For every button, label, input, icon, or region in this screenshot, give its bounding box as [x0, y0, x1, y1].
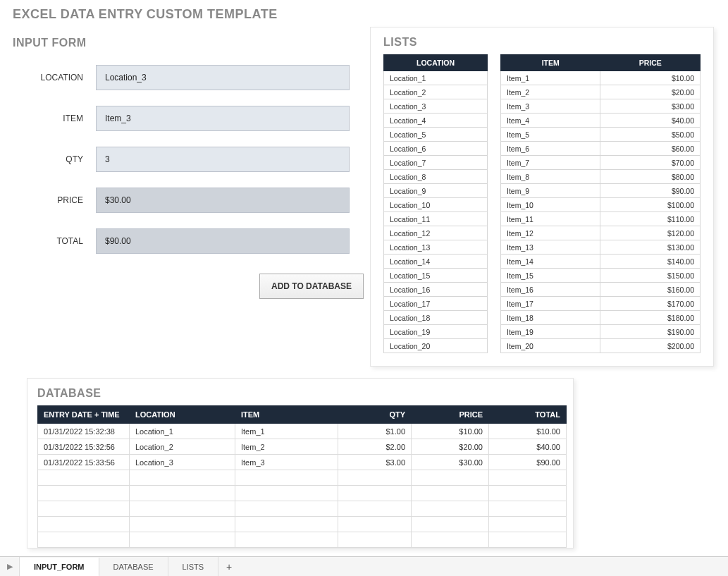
price-list-cell: $180.00	[600, 311, 701, 325]
label-location: LOCATION	[13, 73, 96, 82]
db-cell-entry: 01/31/2022 15:33:56	[38, 455, 130, 470]
page-title: EXCEL DATA ENTRY CUSTOM TEMPLATE	[0, 0, 728, 25]
price-list-cell: $40.00	[600, 114, 701, 128]
database-table: ENTRY DATE + TIME LOCATION ITEM QTY PRIC…	[37, 405, 567, 548]
price-list-cell: $190.00	[600, 325, 701, 339]
label-price: PRICE	[13, 195, 96, 205]
price-list-cell: $200.00	[600, 339, 701, 353]
location-list-cell: Location_16	[384, 283, 488, 297]
price-list-cell: $150.00	[600, 269, 701, 283]
price-list-cell: $10.00	[600, 71, 701, 85]
price-list-cell: $100.00	[600, 198, 701, 212]
price-list-cell: $20.00	[600, 85, 701, 99]
add-to-database-button[interactable]: ADD TO DATABASE	[259, 274, 364, 299]
location-list-cell: Location_17	[384, 297, 488, 311]
location-list-cell: Location_10	[384, 198, 488, 212]
lists-panel: LISTS LOCATION Location_1Location_2Locat…	[370, 27, 714, 367]
sheet-tab-lists[interactable]: LISTS	[168, 557, 219, 576]
price-list-cell: $80.00	[600, 170, 701, 184]
item-list-cell: Item_5	[501, 128, 600, 142]
location-list-cell: Location_19	[384, 325, 488, 339]
database-title: DATABASE	[37, 387, 563, 400]
table-row: 01/31/2022 15:32:38Location_1Item_1$1.00…	[38, 424, 567, 439]
location-list-cell: Location_8	[384, 170, 488, 184]
db-header-entry: ENTRY DATE + TIME	[38, 406, 130, 424]
item-list-cell: Item_16	[501, 283, 600, 297]
item-list-cell: Item_17	[501, 297, 600, 311]
price-field: $30.00	[96, 188, 350, 213]
location-list-cell: Location_1	[384, 71, 488, 85]
item-list-cell: Item_18	[501, 311, 600, 325]
item-list-cell: Item_9	[501, 184, 600, 198]
location-list-cell: Location_9	[384, 184, 488, 198]
location-list-cell: Location_6	[384, 142, 488, 156]
item-list-cell: Item_4	[501, 114, 600, 128]
sheet-tab-input_form[interactable]: INPUT_FORM	[20, 558, 99, 576]
table-row: 01/31/2022 15:32:56Location_2Item_2$2.00…	[38, 439, 567, 455]
db-cell-item: Item_3	[235, 455, 338, 470]
db-cell-total: $40.00	[489, 439, 567, 455]
table-row-empty	[38, 532, 567, 548]
price-list-cell: $160.00	[600, 283, 701, 297]
location-list-cell: Location_14	[384, 255, 488, 269]
price-list-cell: $60.00	[600, 142, 701, 156]
sheet-nav-arrow-icon[interactable]: ▶	[0, 557, 20, 576]
label-total: TOTAL	[13, 236, 96, 246]
item-list-cell: Item_7	[501, 156, 600, 170]
item-list-cell: Item_3	[501, 99, 600, 114]
table-row-empty	[38, 517, 567, 532]
price-header: PRICE	[600, 55, 701, 71]
location-list-cell: Location_7	[384, 156, 488, 170]
location-list-cell: Location_2	[384, 85, 488, 99]
item-header: ITEM	[501, 55, 600, 71]
item-list-cell: Item_8	[501, 170, 600, 184]
location-list-table: LOCATION Location_1Location_2Location_3L…	[383, 54, 488, 353]
db-cell-location: Location_1	[130, 424, 235, 439]
db-header-price: PRICE	[412, 406, 489, 424]
qty-input[interactable]: 3	[96, 147, 350, 172]
db-cell-qty: $2.00	[338, 439, 412, 455]
price-list-cell: $140.00	[600, 255, 701, 269]
item-price-list-table: ITEM PRICE Item_1$10.00Item_2$20.00Item_…	[500, 54, 701, 353]
location-header: LOCATION	[384, 55, 488, 71]
location-list-cell: Location_13	[384, 240, 488, 255]
price-list-cell: $170.00	[600, 297, 701, 311]
location-list-cell: Location_3	[384, 99, 488, 114]
item-list-cell: Item_20	[501, 339, 600, 353]
sheet-tab-bar: ▶ INPUT_FORMDATABASELISTS +	[0, 556, 728, 576]
database-panel: DATABASE ENTRY DATE + TIME LOCATION ITEM…	[27, 378, 574, 549]
price-list-cell: $70.00	[600, 156, 701, 170]
db-cell-price: $20.00	[412, 439, 489, 455]
db-cell-entry: 01/31/2022 15:32:56	[38, 439, 130, 455]
item-list-cell: Item_2	[501, 85, 600, 99]
price-list-cell: $50.00	[600, 128, 701, 142]
db-cell-price: $10.00	[412, 424, 489, 439]
table-row: 01/31/2022 15:33:56Location_3Item_3$3.00…	[38, 455, 567, 470]
sheet-tab-database[interactable]: DATABASE	[99, 557, 168, 576]
input-form-section: INPUT FORM LOCATION Location_3 ITEM Item…	[13, 37, 350, 299]
location-list-cell: Location_11	[384, 212, 488, 226]
item-list-cell: Item_14	[501, 255, 600, 269]
item-list-cell: Item_10	[501, 198, 600, 212]
item-list-cell: Item_13	[501, 240, 600, 255]
db-header-item: ITEM	[235, 406, 338, 424]
add-sheet-button[interactable]: +	[218, 557, 240, 576]
price-list-cell: $120.00	[600, 226, 701, 240]
price-list-cell: $130.00	[600, 240, 701, 255]
location-list-cell: Location_20	[384, 339, 488, 353]
price-list-cell: $30.00	[600, 99, 701, 114]
table-row-empty	[38, 486, 567, 501]
item-list-cell: Item_12	[501, 226, 600, 240]
item-list-cell: Item_1	[501, 71, 600, 85]
db-cell-location: Location_2	[130, 439, 235, 455]
location-list-cell: Location_12	[384, 226, 488, 240]
db-cell-qty: $1.00	[338, 424, 412, 439]
db-cell-item: Item_2	[235, 439, 338, 455]
label-qty: QTY	[13, 154, 96, 164]
location-input[interactable]: Location_3	[96, 65, 350, 90]
item-list-cell: Item_19	[501, 325, 600, 339]
input-form-title: INPUT FORM	[13, 37, 350, 49]
location-list-cell: Location_15	[384, 269, 488, 283]
db-cell-location: Location_3	[130, 455, 235, 470]
item-input[interactable]: Item_3	[96, 106, 350, 131]
